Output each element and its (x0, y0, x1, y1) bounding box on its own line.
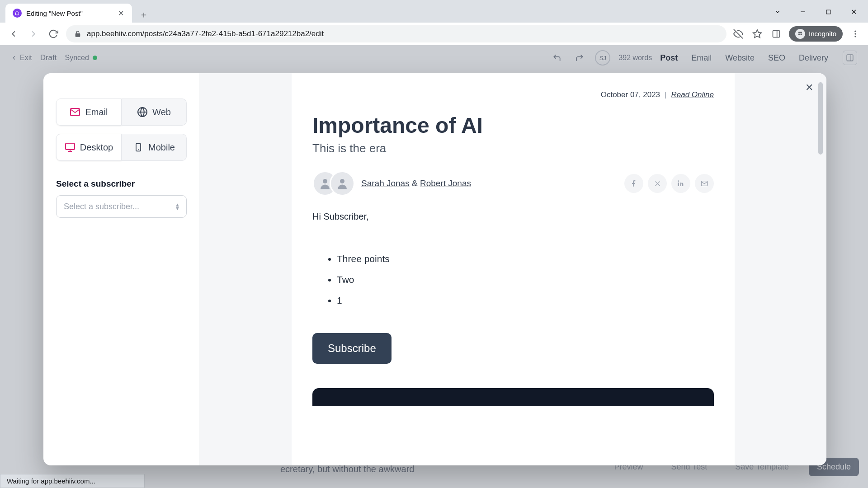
modal-close-button[interactable]: ✕ (801, 80, 817, 96)
preview-pane: October 07, 2023 | Read Online Importanc… (200, 73, 826, 465)
share-mail-icon[interactable] (695, 174, 714, 193)
kebab-menu-icon[interactable] (849, 28, 862, 40)
preview-content: October 07, 2023 | Read Online Importanc… (292, 73, 735, 465)
view-toggle-group: Email Web (56, 99, 187, 126)
address-bar: app.beehiiv.com/posts/c24a3a77-2fe2-415b… (0, 23, 868, 45)
share-x-icon[interactable] (648, 174, 667, 193)
incognito-icon (795, 29, 805, 39)
greeting-text: Hi Subscriber, (312, 211, 714, 222)
desktop-icon (65, 142, 75, 153)
svg-point-8 (854, 33, 856, 34)
chevron-down-icon[interactable] (767, 4, 788, 20)
author-row: Sarah Jonas & Robert Jonas (312, 171, 714, 196)
scrollbar[interactable] (817, 73, 823, 465)
svg-point-24 (678, 180, 679, 182)
list-item: 1 (337, 295, 714, 306)
select-chevron-icon: ▲▼ (175, 203, 180, 210)
svg-rect-23 (678, 183, 679, 186)
close-window-icon[interactable]: ✕ (843, 4, 864, 20)
post-title: Importance of AI (312, 113, 714, 138)
content-dark-block (312, 388, 714, 406)
author-avatars (312, 171, 355, 196)
maximize-icon[interactable] (817, 4, 839, 20)
toggle-email[interactable]: Email (56, 99, 122, 126)
svg-rect-14 (66, 143, 75, 150)
svg-point-20 (340, 179, 344, 183)
favicon-icon (13, 9, 22, 18)
toggle-web[interactable]: Web (122, 99, 187, 126)
mobile-icon (133, 142, 144, 153)
meta-separator: | (665, 90, 666, 99)
subscriber-section-label: Select a subscriber (56, 179, 187, 189)
tab-bar: Editing "New Post" ✕ ＋ ✕ (0, 0, 868, 23)
author-link-2[interactable]: Robert Jonas (420, 178, 471, 188)
star-icon[interactable] (751, 28, 764, 40)
tab-title: Editing "New Post" (26, 9, 112, 17)
avatar-icon (330, 171, 355, 196)
svg-marker-2 (753, 29, 761, 37)
share-icons (624, 174, 714, 193)
author-link-1[interactable]: Sarah Jonas (361, 178, 410, 188)
browser-status-strip: Waiting for app.beehiiv.com... (0, 474, 145, 488)
list-item: Three points (337, 253, 714, 264)
tab-close-icon[interactable]: ✕ (117, 9, 125, 17)
preview-modal: ✕ Email Web Desktop Mobile (43, 73, 826, 465)
browser-chrome: Editing "New Post" ✕ ＋ ✕ app.beehiiv.com… (0, 0, 868, 45)
post-date: October 07, 2023 (601, 90, 660, 99)
device-toggle-group: Desktop Mobile (56, 134, 187, 161)
svg-point-9 (854, 36, 856, 37)
app-backdrop: Exit Draft Synced SJ 392 words Post Emai… (0, 45, 868, 488)
url-text: app.beehiiv.com/posts/c24a3a77-2fe2-415b… (87, 29, 324, 38)
globe-icon (137, 107, 148, 117)
extensions-icon[interactable] (770, 28, 783, 40)
new-tab-button[interactable]: ＋ (136, 6, 152, 23)
subscriber-placeholder: Select a subscriber... (64, 202, 139, 211)
incognito-badge[interactable]: Incognito (789, 26, 843, 42)
incognito-label: Incognito (809, 30, 836, 38)
modal-sidebar: Email Web Desktop Mobile Select a subscr… (43, 73, 200, 465)
subscribe-button[interactable]: Subscribe (312, 333, 392, 364)
svg-point-19 (323, 179, 327, 183)
meta-row: October 07, 2023 | Read Online (312, 90, 714, 99)
list-item: Two (337, 274, 714, 285)
svg-rect-1 (826, 10, 830, 14)
reload-button[interactable] (46, 27, 61, 41)
forward-button[interactable] (26, 27, 41, 41)
toggle-desktop[interactable]: Desktop (56, 134, 122, 161)
mail-icon (70, 107, 80, 117)
read-online-link[interactable]: Read Online (671, 90, 714, 99)
toggle-mobile[interactable]: Mobile (122, 134, 187, 161)
eye-off-icon[interactable] (732, 28, 745, 40)
bullet-list: Three points Two 1 (312, 253, 714, 306)
minimize-icon[interactable] (792, 4, 814, 20)
back-button[interactable] (6, 27, 21, 41)
post-subtitle: This is the era (312, 141, 714, 155)
url-field[interactable]: app.beehiiv.com/posts/c24a3a77-2fe2-415b… (66, 25, 726, 42)
svg-point-5 (798, 33, 800, 35)
browser-tab[interactable]: Editing "New Post" ✕ (5, 4, 132, 23)
svg-rect-3 (773, 30, 780, 37)
window-controls: ✕ (767, 4, 864, 20)
share-facebook-icon[interactable] (624, 174, 643, 193)
subscriber-select[interactable]: Select a subscriber... ▲▼ (56, 195, 187, 218)
svg-rect-17 (136, 144, 141, 151)
lock-icon (74, 30, 81, 38)
scroll-thumb[interactable] (818, 82, 823, 155)
share-linkedin-icon[interactable] (671, 174, 690, 193)
author-names: Sarah Jonas & Robert Jonas (361, 178, 471, 188)
svg-point-7 (854, 30, 856, 32)
svg-point-6 (801, 33, 802, 35)
